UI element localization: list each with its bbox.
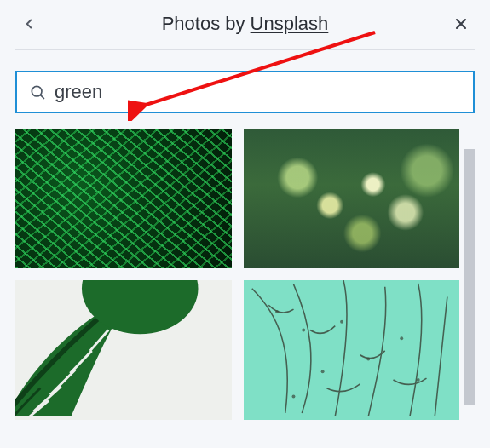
close-icon (453, 15, 470, 32)
search-input[interactable] (55, 81, 461, 103)
svg-point-13 (366, 358, 370, 361)
panel-title: Photos by Unsplash (41, 13, 449, 35)
results-area (0, 129, 490, 420)
svg-point-10 (275, 310, 279, 313)
search-box[interactable] (15, 71, 475, 113)
result-thumb[interactable] (244, 129, 460, 268)
scrollbar-thumb[interactable] (464, 149, 475, 405)
result-thumb[interactable] (244, 280, 460, 420)
svg-point-14 (400, 336, 403, 340)
search-icon (29, 83, 46, 101)
panel-header: Photos by Unsplash (0, 0, 490, 49)
result-thumb[interactable] (15, 129, 232, 268)
svg-point-12 (340, 320, 343, 324)
svg-line-3 (41, 95, 44, 99)
result-thumb[interactable] (15, 280, 232, 420)
svg-point-15 (416, 378, 419, 382)
back-button[interactable] (17, 12, 41, 36)
results-grid (15, 129, 459, 420)
title-prefix: Photos by (162, 13, 251, 34)
svg-point-11 (302, 329, 305, 332)
svg-point-2 (32, 86, 42, 96)
search-wrap (0, 50, 490, 129)
chevron-left-icon (21, 16, 37, 32)
scrollbar-track[interactable] (464, 129, 475, 420)
svg-point-16 (320, 370, 324, 373)
svg-point-17 (291, 395, 295, 399)
close-button[interactable] (449, 12, 473, 36)
provider-link[interactable]: Unsplash (251, 13, 329, 34)
